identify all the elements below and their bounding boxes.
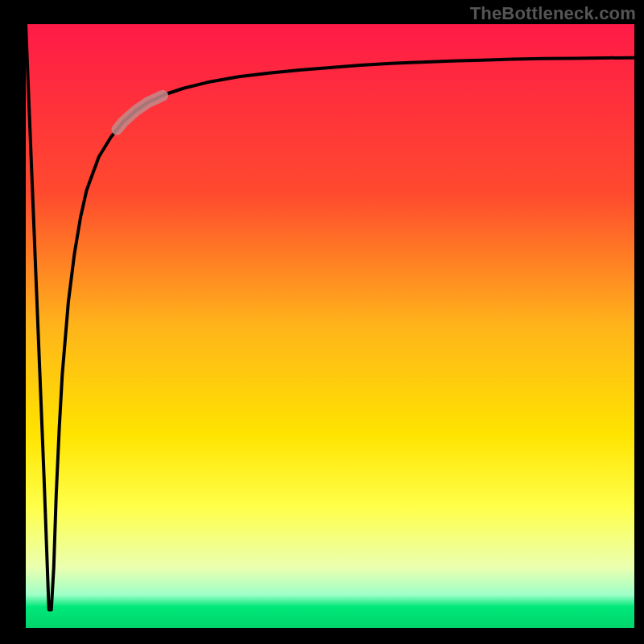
plot-area	[26, 24, 634, 628]
watermark-label: TheBottleneck.com	[470, 3, 636, 24]
bottleneck-chart	[0, 0, 644, 644]
chart-container: TheBottleneck.com	[0, 0, 644, 644]
